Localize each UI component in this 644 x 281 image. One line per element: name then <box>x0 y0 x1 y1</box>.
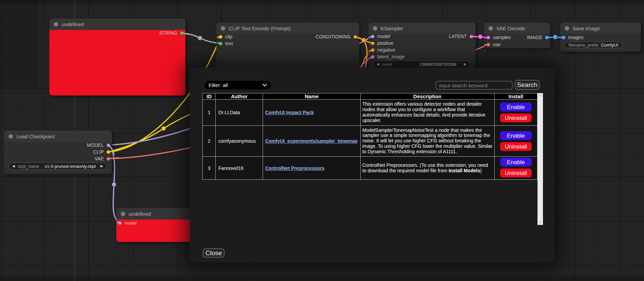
input-port-icon[interactable] <box>486 36 490 39</box>
input-port-icon[interactable] <box>562 36 565 39</box>
cell-description: This extension offers various detector n… <box>360 100 494 126</box>
output-port-icon[interactable] <box>106 150 110 154</box>
cell-author: Dr.Lt.Data <box>216 100 263 126</box>
output-latent[interactable]: LATENT <box>449 33 473 40</box>
node-load-checkpoint[interactable]: Load Checkpoint MODEL CLIP VAE ◀ ckpt_na… <box>4 130 112 174</box>
output-port-icon[interactable] <box>469 35 473 38</box>
node-title: undefined <box>62 21 84 27</box>
scroll-up-icon[interactable]: ▲ <box>538 94 543 97</box>
input-port-icon[interactable] <box>371 41 375 45</box>
input-port-icon[interactable] <box>219 35 222 39</box>
cell-id: 2 <box>203 126 216 157</box>
extension-link[interactable]: ComfyUI Impact Pack <box>265 110 314 115</box>
filename-prefix-widget[interactable]: filename_prefix ComfyUI <box>564 41 623 48</box>
output-port-icon[interactable] <box>106 143 110 147</box>
uninstall-button[interactable]: Uninstall <box>500 113 532 122</box>
output-port-icon[interactable] <box>180 31 184 35</box>
input-clip[interactable]: clip <box>219 33 232 40</box>
cell-author: Fannovel16 <box>216 157 263 180</box>
input-model[interactable]: model <box>118 219 136 226</box>
wire-string <box>182 33 221 43</box>
node-save-image[interactable]: Save Image images filename_prefix ComfyU… <box>560 22 641 52</box>
input-model[interactable]: model <box>371 33 390 40</box>
collapse-dot-icon[interactable] <box>221 26 225 31</box>
ckpt-name-widget[interactable]: ◀ ckpt_name v1-5-pruned-emaonly.ckpt ▶ <box>9 162 107 170</box>
input-latent-image[interactable]: latent_image <box>371 53 404 60</box>
uninstall-button[interactable]: Uninstall <box>500 142 532 151</box>
table-scrollbar[interactable]: ▲ ▼ <box>538 93 543 225</box>
input-text[interactable]: text <box>219 40 233 47</box>
decrement-arrow-icon[interactable]: ◀ <box>377 63 379 66</box>
seed-value: 156680208700286 <box>419 62 456 67</box>
input-samples[interactable]: samples <box>486 34 511 41</box>
node-title: Save Image <box>573 25 600 31</box>
filter-select[interactable]: Filter: all <box>204 81 271 89</box>
output-port-icon[interactable] <box>353 35 357 39</box>
collapse-dot-icon[interactable] <box>121 212 125 216</box>
input-port-icon[interactable] <box>371 35 375 38</box>
node-title-bar[interactable]: KSampler <box>368 22 476 34</box>
seed-widget[interactable]: ◀ seed 156680208700286 ▶ <box>373 60 470 68</box>
output-string[interactable]: STRING <box>159 30 184 36</box>
input-port-icon[interactable] <box>371 48 375 52</box>
node-undefined-top[interactable]: undefined STRING <box>49 18 185 95</box>
output-image[interactable]: IMAGE <box>527 34 549 41</box>
cell-id: 3 <box>203 157 216 180</box>
ckpt-name-value: v1-5-pruned-emaonly.ckpt <box>45 164 96 169</box>
uninstall-button[interactable]: Uninstall <box>500 169 532 177</box>
increment-arrow-icon[interactable]: ▶ <box>100 164 103 168</box>
input-port-icon[interactable] <box>118 221 122 225</box>
node-title-bar[interactable]: CLIP Text Encode (Prompt) <box>216 22 359 34</box>
collapse-dot-icon[interactable] <box>565 26 569 31</box>
node-title-bar[interactable]: undefined <box>49 18 185 30</box>
node-title-bar[interactable]: Load Checkpoint <box>4 130 112 142</box>
node-ksampler[interactable]: KSampler model positive negative latent_… <box>368 22 476 73</box>
collapse-dot-icon[interactable] <box>373 26 377 31</box>
column-header-name: Name <box>263 93 361 100</box>
enable-button[interactable]: Enable <box>500 103 532 111</box>
input-port-icon[interactable] <box>486 43 490 47</box>
filename-prefix-value: ComfyUI <box>601 42 618 48</box>
output-conditioning[interactable]: CONDITIONING <box>316 33 357 40</box>
enable-button[interactable]: Enable <box>500 131 532 140</box>
error-node-body <box>49 30 185 95</box>
output-clip[interactable]: CLIP <box>93 148 110 155</box>
input-negative[interactable]: negative <box>371 47 395 53</box>
input-images[interactable]: images <box>562 34 583 41</box>
table-row: 3 Fannovel16 ControlNet Preprocessors Co… <box>203 157 538 180</box>
extension-table: ID Author Name Description Install 1 Dr.… <box>202 93 538 180</box>
cell-description: ControlNet Preprocessors. (To use this e… <box>360 157 494 180</box>
node-title-bar[interactable]: Save Image <box>560 22 641 34</box>
node-title: VAE Decode <box>496 25 525 31</box>
filter-selected-value: Filter: all <box>209 82 228 88</box>
table-row: 2 comfyanonymous ComfyUI_experiments/sam… <box>203 126 538 157</box>
close-button[interactable]: Close <box>203 248 225 258</box>
extension-manager-dialog: Filter: all Search ID Author Name Descri… <box>190 68 555 262</box>
decrement-arrow-icon[interactable]: ◀ <box>12 164 15 168</box>
input-port-icon[interactable] <box>371 55 375 59</box>
cell-id: 1 <box>203 100 216 126</box>
extension-link[interactable]: ComfyUI_experiments/sampler_tonemap <box>265 138 358 144</box>
output-port-icon[interactable] <box>106 157 110 161</box>
extension-link[interactable]: ControlNet Preprocessors <box>265 165 324 171</box>
chevron-down-icon <box>262 84 267 87</box>
output-port-icon[interactable] <box>545 36 549 39</box>
scroll-down-icon[interactable]: ▼ <box>538 221 543 224</box>
input-positive[interactable]: positive <box>371 40 393 47</box>
output-vae[interactable]: VAE <box>95 155 110 162</box>
search-button[interactable]: Search <box>515 80 540 90</box>
output-model[interactable]: MODEL <box>87 142 110 148</box>
input-vae[interactable]: vae <box>486 41 501 48</box>
node-vae-decode[interactable]: VAE Decode samples vae IMAGE <box>484 22 550 48</box>
increment-arrow-icon[interactable]: ▶ <box>464 63 466 66</box>
cell-author: comfyanonymous <box>216 126 263 157</box>
collapse-dot-icon[interactable] <box>489 26 493 31</box>
collapse-dot-icon[interactable] <box>9 134 13 139</box>
input-port-icon[interactable] <box>219 42 222 46</box>
search-input[interactable] <box>435 81 513 90</box>
node-title-bar[interactable]: VAE Decode <box>484 22 550 34</box>
enable-button[interactable]: Enable <box>500 158 532 166</box>
cell-description: ModelSamplerTonemapNoiseTest a node that… <box>360 126 494 157</box>
table-header-row: ID Author Name Description Install <box>203 93 538 100</box>
collapse-dot-icon[interactable] <box>54 22 58 27</box>
